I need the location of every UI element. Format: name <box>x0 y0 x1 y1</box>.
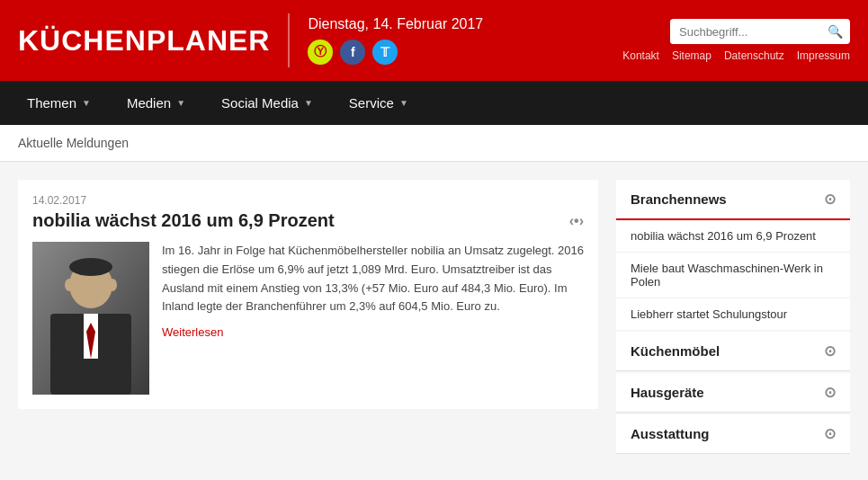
svg-point-6 <box>65 279 74 291</box>
header-link-sitemap[interactable]: Sitemap <box>672 49 711 62</box>
nav-item-medien[interactable]: Medien▼ <box>109 81 203 125</box>
nav-arrow-icon: ▼ <box>399 98 408 108</box>
main-content: 14.02.2017 nobilia wächst 2016 um 6,9 Pr… <box>0 162 868 474</box>
header-links: KontaktSitemapDatenschutzImpressum <box>622 49 850 62</box>
nav-item-service[interactable]: Service▼ <box>331 81 426 125</box>
twitter-icon[interactable]: 𝕋 <box>372 40 398 65</box>
header-link-datenschutz[interactable]: Datenschutz <box>724 49 784 62</box>
search-bar: 🔍 <box>670 19 850 44</box>
article-image-placeholder <box>32 242 149 395</box>
site-logo: KÜCHENPLANER <box>18 24 270 58</box>
header-link-kontakt[interactable]: Kontakt <box>622 49 659 62</box>
article-image <box>32 242 149 395</box>
nav-label: Medien <box>127 95 171 111</box>
search-button[interactable]: 🔍 <box>820 19 850 44</box>
sidebar-link-0-1[interactable]: Miele baut Waschmaschinen-Werk in Polen <box>616 253 850 298</box>
sidebar-link-0-2[interactable]: Liebherr startet Schulungstour <box>616 298 850 330</box>
breadcrumb: Aktuelle Meldungen <box>0 125 868 162</box>
sidebar-links-0: nobilia wächst 2016 um 6,9 ProzentMiele … <box>616 220 850 330</box>
header-center: Dienstag, 14. Februar 2017 Ⓨ f 𝕋 <box>308 16 622 65</box>
sidebar-section-1: Küchenmöbel ⊙ <box>616 332 850 371</box>
nav-label: Themen <box>27 95 76 111</box>
nav-arrow-icon: ▼ <box>304 98 313 108</box>
nav-item-social-media[interactable]: Social Media▼ <box>203 81 331 125</box>
sidebar-link-0-0[interactable]: nobilia wächst 2016 um 6,9 Prozent <box>616 220 850 253</box>
sidebar-section-title: Branchennews <box>631 191 727 207</box>
sidebar-section-3: Ausstattung ⊙ <box>616 414 850 454</box>
sidebar-section-0: Branchennews ⊙nobilia wächst 2016 um 6,9… <box>616 180 850 330</box>
weiterlesen-link[interactable]: Weiterlesen <box>162 324 584 342</box>
article-body: Im 16. Jahr in Folge hat Küchenmöbelhers… <box>32 242 584 395</box>
sidebar-section-title: Hausgeräte <box>631 385 704 400</box>
article-title-text: nobilia wächst 2016 um 6,9 Prozent <box>32 210 335 231</box>
nav-label: Service <box>349 95 394 111</box>
main-nav: Themen▼Medien▼Social Media▼Service▼ <box>0 81 868 125</box>
nav-item-themen[interactable]: Themen▼ <box>9 81 109 125</box>
search-input[interactable] <box>670 20 820 44</box>
article-title-row: nobilia wächst 2016 um 6,9 Prozent ‹•› <box>32 210 584 231</box>
article-item: 14.02.2017 nobilia wächst 2016 um 6,9 Pr… <box>18 180 598 409</box>
svg-point-8 <box>69 258 112 276</box>
facebook-icon[interactable]: f <box>340 40 365 65</box>
person-svg <box>32 242 149 395</box>
article-text: Im 16. Jahr in Folge hat Küchenmöbelhers… <box>162 242 584 395</box>
header-divider <box>288 13 290 67</box>
sidebar-chevron-icon: ⊙ <box>824 425 836 442</box>
articles-section: 14.02.2017 nobilia wächst 2016 um 6,9 Pr… <box>18 180 598 456</box>
sidebar: Branchennews ⊙nobilia wächst 2016 um 6,9… <box>616 180 850 456</box>
sidebar-section-title: Küchenmöbel <box>631 343 720 359</box>
header-right: 🔍 KontaktSitemapDatenschutzImpressum <box>622 19 850 62</box>
sidebar-section-header-2[interactable]: Hausgeräte ⊙ <box>616 373 850 413</box>
nav-label: Social Media <box>221 95 299 111</box>
header-link-impressum[interactable]: Impressum <box>797 49 850 62</box>
sidebar-section-2: Hausgeräte ⊙ <box>616 373 850 413</box>
sidebar-chevron-icon: ⊙ <box>824 342 836 360</box>
sidebar-section-header-3[interactable]: Ausstattung ⊙ <box>616 414 850 454</box>
social-icons-container: Ⓨ f 𝕋 <box>308 40 622 65</box>
xing-icon[interactable]: Ⓨ <box>308 40 333 65</box>
article-date: 14.02.2017 <box>32 194 584 207</box>
share-icon[interactable]: ‹•› <box>569 213 584 229</box>
nav-arrow-icon: ▼ <box>82 98 91 108</box>
nav-arrow-icon: ▼ <box>176 98 185 108</box>
sidebar-chevron-icon: ⊙ <box>824 191 836 208</box>
header-date: Dienstag, 14. Februar 2017 <box>308 16 622 32</box>
sidebar-chevron-icon: ⊙ <box>824 384 836 401</box>
svg-point-7 <box>108 279 117 291</box>
site-header: KÜCHENPLANER Dienstag, 14. Februar 2017 … <box>0 0 868 81</box>
sidebar-section-header-1[interactable]: Küchenmöbel ⊙ <box>616 332 850 371</box>
sidebar-section-title: Ausstattung <box>631 426 710 441</box>
sidebar-section-header-0[interactable]: Branchennews ⊙ <box>616 180 850 220</box>
